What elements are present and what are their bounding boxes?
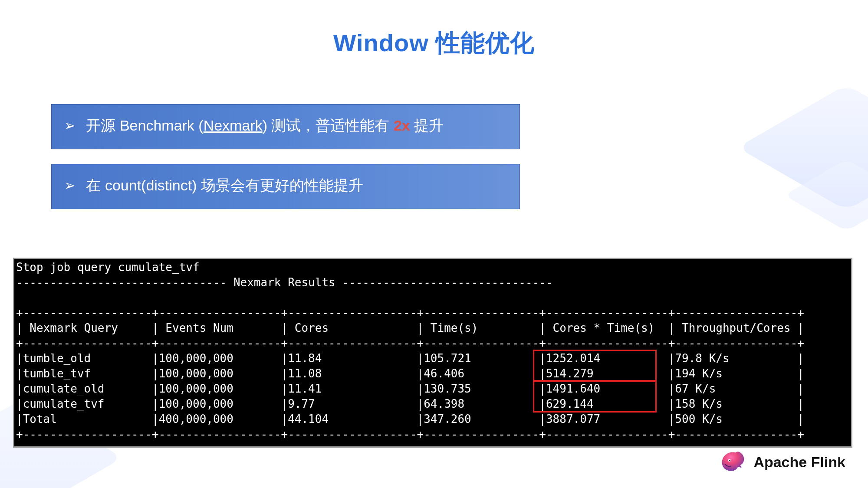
footer-brand-text: Apache Flink	[753, 454, 845, 471]
table-row: |tumble_old |100,000,000 |11.84 |105.721…	[16, 351, 849, 366]
terminal-output: Stop job query cumulate_tvf ------------…	[13, 258, 852, 448]
flink-squirrel-icon	[720, 449, 746, 475]
bullet-1-text-pre: 开源 Benchmark (	[86, 117, 203, 134]
svg-point-1	[730, 460, 731, 461]
terminal-header: | Nexmark Query | Events Num | Cores | T…	[16, 321, 849, 336]
bullet-1: ➢ 开源 Benchmark (Nexmark) 测试，普适性能有 2x 提升	[51, 104, 520, 149]
table-row: |tumble_tvf |100,000,000 |11.08 |46.406 …	[16, 366, 849, 381]
terminal-border-mid: +-------------------+------------------+…	[16, 336, 849, 351]
bullet-1-accent: 2x	[394, 117, 410, 134]
table-row: |cumulate_old |100,000,000 |11.41 |130.7…	[16, 381, 849, 396]
bullet-1-text-post: 提升	[410, 117, 444, 134]
terminal-line-title: ------------------------------- Nexmark …	[16, 275, 849, 290]
terminal-border-bot: +-------------------+------------------+…	[16, 427, 849, 442]
table-row: |cumulate_tvf |100,000,000 |9.77 |64.398…	[16, 396, 849, 412]
bg-cloud-icon	[737, 85, 868, 210]
terminal-line-stop: Stop job query cumulate_tvf	[16, 260, 849, 275]
bullet-1-text-mid: ) 测试，普适性能有	[263, 117, 394, 134]
footer-logo: Apache Flink	[720, 449, 845, 475]
slide-title: Window 性能优化	[0, 27, 868, 60]
bullet-arrow-icon: ➢	[64, 177, 75, 194]
terminal-blank	[16, 290, 849, 305]
bullet-2: ➢ 在 count(distinct) 场景会有更好的性能提升	[51, 164, 520, 209]
bullet-arrow-icon: ➢	[64, 117, 75, 134]
bullet-2-text: 在 count(distinct) 场景会有更好的性能提升	[86, 177, 363, 193]
terminal-border-top: +-------------------+------------------+…	[16, 305, 849, 321]
bullet-1-link: Nexmark	[204, 117, 263, 134]
bg-cloud-icon	[784, 159, 868, 231]
table-row: |Total |400,000,000 |44.104 |347.260 |38…	[16, 412, 849, 427]
bullet-list: ➢ 开源 Benchmark (Nexmark) 测试，普适性能有 2x 提升 …	[51, 104, 520, 224]
